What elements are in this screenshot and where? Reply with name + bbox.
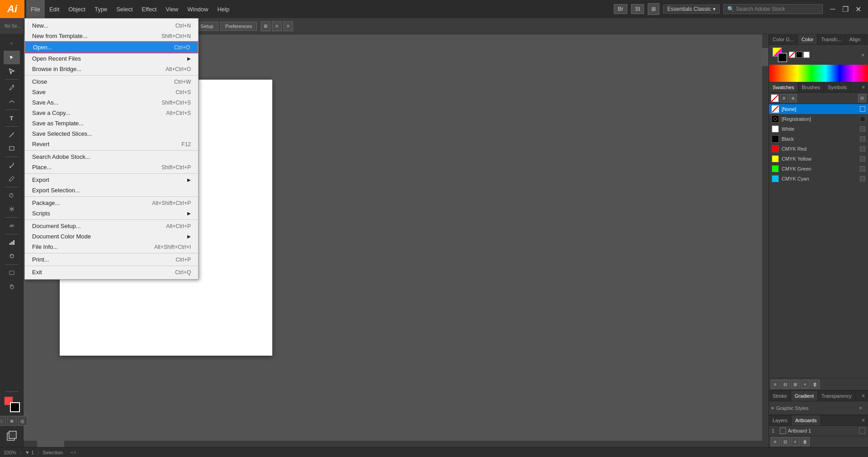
tab-color-guide[interactable]: Color G... xyxy=(769,34,798,44)
menu-place[interactable]: Place... Shift+Ctrl+P xyxy=(25,162,198,172)
selection-tool[interactable] xyxy=(4,51,20,64)
draw-inside-btn[interactable]: ⊗ xyxy=(7,416,17,426)
menu-select[interactable]: Select xyxy=(112,0,137,18)
menu-scripts[interactable]: Scripts ▶ xyxy=(25,208,198,219)
rotate-tool[interactable] xyxy=(4,189,20,202)
canvas-vertical-scrollbar[interactable] xyxy=(762,34,768,447)
swatch-black-icon[interactable] xyxy=(860,136,865,142)
columns-btn[interactable]: ≡ xyxy=(272,21,282,31)
swatches-menu-icon[interactable]: ≡ xyxy=(859,82,868,91)
swatch-yellow-icon[interactable] xyxy=(860,156,865,162)
preferences-button[interactable]: Preferences xyxy=(220,22,257,31)
search-adobe-stock[interactable]: 🔍 Search Adobe Stock xyxy=(723,4,823,14)
swatch-libraries-btn[interactable]: ≡ xyxy=(771,380,780,389)
color-spectrum-bar[interactable] xyxy=(769,65,868,82)
menu-browse-bridge[interactable]: Browse in Bridge... Alt+Ctrl+O xyxy=(25,64,198,74)
menu-save-as[interactable]: Save As... Shift+Ctrl+S xyxy=(25,97,198,108)
swatch-reg-icon[interactable] xyxy=(860,116,865,122)
menu-new[interactable]: New... Ctrl+N xyxy=(25,20,198,31)
symbol-sprayer[interactable] xyxy=(4,249,20,263)
swatch-green-icon[interactable] xyxy=(860,166,865,171)
menu-file-info[interactable]: File Info... Alt+Shift+Ctrl+I xyxy=(25,242,198,252)
tab-brushes[interactable]: Brushes xyxy=(798,82,824,92)
draw-behind-btn[interactable]: ◎ xyxy=(18,416,28,426)
menu-document-setup[interactable]: Document Setup... Alt+Ctrl+P xyxy=(25,221,198,231)
menu-edit[interactable]: Edit xyxy=(45,0,64,18)
delete-swatch-btn[interactable]: 🗑 xyxy=(811,380,820,389)
collapse-panel-icon[interactable]: « xyxy=(4,36,20,50)
none-swatch-btn[interactable] xyxy=(771,94,779,102)
layers-menu-icon[interactable]: ≡ xyxy=(859,415,868,424)
black-quick-btn[interactable] xyxy=(796,52,802,58)
make-clipping-mask-btn[interactable]: ⊟ xyxy=(781,437,790,446)
small-swatch-btn[interactable]: ⊞ xyxy=(789,94,797,102)
graphic-styles-arrow[interactable]: ▶ xyxy=(772,406,774,410)
direct-selection-tool[interactable] xyxy=(4,64,20,78)
reflect-tool[interactable] xyxy=(4,202,20,216)
swatch-red-icon[interactable] xyxy=(860,146,865,152)
menu-save-slices[interactable]: Save Selected Slices... xyxy=(25,129,198,139)
white-quick-btn[interactable] xyxy=(803,52,810,58)
swatch-none-icon[interactable] xyxy=(860,106,865,112)
artboard-tool[interactable] xyxy=(4,266,20,280)
minimize-button[interactable]: ─ xyxy=(826,3,839,15)
hand-tool[interactable] xyxy=(4,280,20,293)
menu-file[interactable]: File xyxy=(26,0,45,18)
graph-tool[interactable] xyxy=(4,236,20,249)
menu-effect[interactable]: Effect xyxy=(137,0,161,18)
menu-exit[interactable]: Exit Ctrl+Q xyxy=(25,267,198,277)
menu-save-copy[interactable]: Save a Copy... Alt+Ctrl+S xyxy=(25,108,198,118)
pencil-tool[interactable] xyxy=(4,172,20,186)
swatch-white[interactable]: White xyxy=(769,124,868,134)
pen-tool[interactable] xyxy=(4,81,20,95)
menu-search-stock[interactable]: Search Adobe Stock... xyxy=(25,152,198,162)
swatch-black[interactable]: Black xyxy=(769,134,868,144)
none-quick-btn[interactable] xyxy=(789,52,795,58)
paintbrush-tool[interactable] xyxy=(4,158,20,172)
tab-transparency[interactable]: Transparency xyxy=(818,391,856,401)
menu-type[interactable]: Type xyxy=(90,0,112,18)
duplicate-artboard-icon[interactable] xyxy=(859,428,865,434)
tab-color[interactable]: Color xyxy=(798,34,817,44)
layer-options-btn[interactable]: ≡ xyxy=(771,437,780,446)
options-btn[interactable]: ≡ xyxy=(283,21,293,31)
swatch-registration[interactable]: [Registration] xyxy=(769,114,868,124)
new-layer-btn[interactable]: + xyxy=(791,437,800,446)
bridge-button[interactable]: Br xyxy=(614,4,627,14)
menu-open[interactable]: Open... Ctrl+O xyxy=(25,41,198,53)
line-tool[interactable] xyxy=(4,128,20,142)
graphic-styles-menu-icon[interactable]: ≡ xyxy=(856,404,865,413)
swatch-options-btn[interactable]: ⊟ xyxy=(858,94,866,102)
menu-object[interactable]: Object xyxy=(64,0,90,18)
normal-mode-btn[interactable]: □ xyxy=(0,416,6,426)
warp-tool[interactable] xyxy=(4,219,20,233)
bottom-panel-menu-icon[interactable]: ≡ xyxy=(859,391,868,400)
tab-transform[interactable]: Transfc... xyxy=(817,34,845,44)
menu-help[interactable]: Help xyxy=(213,0,234,18)
menu-revert[interactable]: Revert F12 xyxy=(25,139,198,149)
tab-swatches[interactable]: Swatches xyxy=(769,82,798,92)
new-color-group-btn[interactable]: ⊞ xyxy=(791,380,800,389)
artboard-item[interactable]: 1 Artboard 1 xyxy=(769,426,868,436)
duplicate-icon[interactable] xyxy=(5,429,18,443)
menu-window[interactable]: Window xyxy=(183,0,213,18)
menu-open-recent[interactable]: Open Recent Files ▶ xyxy=(25,53,198,64)
swatch-cmyk-cyan[interactable]: CMYK Cyan xyxy=(769,174,868,184)
menu-view[interactable]: View xyxy=(161,0,183,18)
menu-new-from-template[interactable]: New from Template... Shift+Ctrl+N xyxy=(25,31,198,41)
swatch-cmyk-yellow[interactable]: CMYK Yellow xyxy=(769,154,868,164)
delete-layer-btn[interactable]: 🗑 xyxy=(801,437,810,446)
menu-close[interactable]: Close Ctrl+W xyxy=(25,76,198,87)
menu-save-template[interactable]: Save as Template... xyxy=(25,118,198,129)
color-stroke-mini[interactable] xyxy=(778,53,787,62)
menu-export-selection[interactable]: Export Selection... xyxy=(25,185,198,195)
arrange-icons-btn[interactable]: ⊞ xyxy=(261,21,270,31)
panel-menu-icon[interactable]: ≡ xyxy=(862,52,864,58)
swatch-white-icon[interactable] xyxy=(860,126,865,132)
tab-layers[interactable]: Layers xyxy=(769,415,792,425)
maximize-button[interactable]: ❐ xyxy=(839,3,852,15)
rect-tool[interactable] xyxy=(4,142,20,155)
new-swatch-btn[interactable]: + xyxy=(801,380,810,389)
tab-stroke[interactable]: Stroke xyxy=(769,391,791,401)
tab-pathfinder[interactable]: Pathfin... xyxy=(864,34,868,44)
